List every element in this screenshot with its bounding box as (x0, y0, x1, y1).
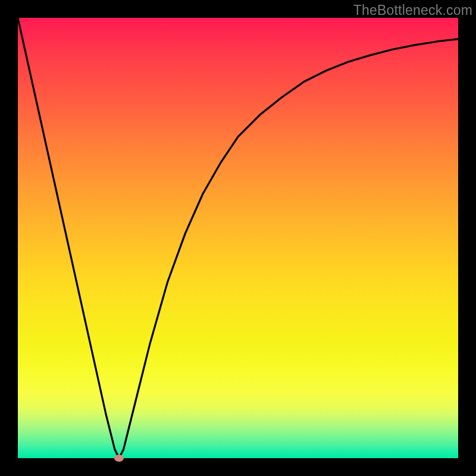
chart-frame: TheBottleneck.com (0, 0, 476, 476)
optimal-point-marker (114, 455, 124, 462)
bottleneck-curve (18, 18, 458, 458)
watermark-text: TheBottleneck.com (353, 2, 472, 18)
plot-area (18, 18, 458, 458)
